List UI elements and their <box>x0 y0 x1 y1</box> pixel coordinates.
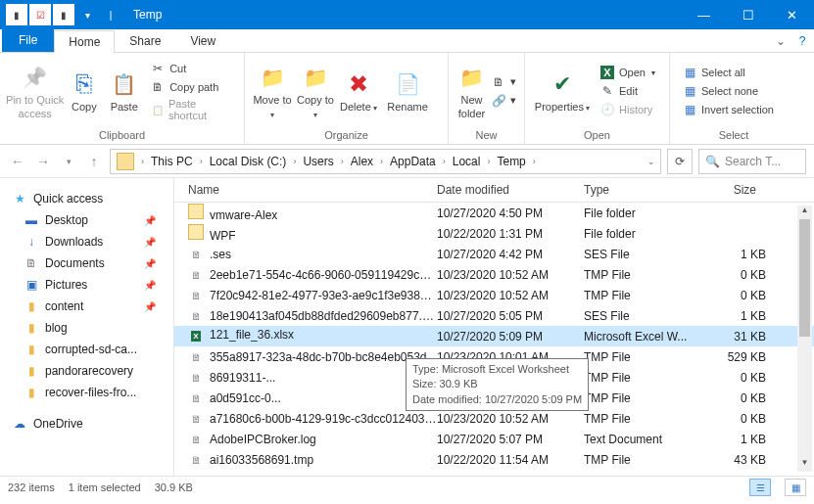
new-folder-button[interactable]: New folder <box>455 60 489 121</box>
sidebar-desktop[interactable]: Desktop📌 <box>0 209 173 231</box>
table-row[interactable]: ai16033568691.tmp10/22/2020 11:54 AMTMP … <box>174 449 814 470</box>
table-row[interactable]: WPF10/22/2020 1:31 PMFile folder <box>174 223 814 244</box>
edit-button[interactable]: Edit <box>599 83 655 99</box>
new-folder-icon <box>456 62 488 93</box>
table-row[interactable]: a0d591cc-0...10/23/2020 10:52 AMTMP File… <box>174 388 814 408</box>
paste-button[interactable]: Paste <box>104 67 144 115</box>
tab-home[interactable]: Home <box>54 30 115 53</box>
invert-selection-button[interactable]: Invert selection <box>682 102 774 117</box>
open-button[interactable]: Open▾ <box>599 65 655 80</box>
table-row[interactable]: AdobeIPCBroker.log10/27/2020 5:07 PMText… <box>174 429 814 449</box>
table-row[interactable]: a71680c6-b00b-4129-919c-c3dcc01240311...… <box>174 408 814 429</box>
select-all-button[interactable]: Select all <box>682 65 774 80</box>
table-row[interactable]: 86919311-...10/23/2020 10:01 AMTMP File0… <box>174 367 814 388</box>
tab-view[interactable]: View <box>175 29 230 52</box>
breadcrumb-seg[interactable]: Local <box>449 155 485 168</box>
sidebar-corrupted[interactable]: corrupted-sd-ca... <box>0 339 173 360</box>
sidebar-onedrive[interactable]: OneDrive <box>0 413 173 435</box>
properties-button[interactable]: Properties <box>531 67 594 115</box>
search-input[interactable]: 🔍Search T... <box>698 149 806 174</box>
help-icon[interactable]: ? <box>790 30 814 52</box>
file-icon <box>188 308 204 324</box>
recent-locations-button[interactable]: ▾ <box>59 152 78 171</box>
scrollbar[interactable]: ▲ ▼ <box>797 206 812 472</box>
refresh-button[interactable]: ⟳ <box>667 149 693 174</box>
sidebar-pictures[interactable]: Pictures📌 <box>0 274 173 296</box>
select-none-icon <box>682 83 697 99</box>
breadcrumb-seg[interactable]: Temp <box>493 155 529 168</box>
copy-to-button[interactable]: Copy to <box>294 60 337 121</box>
address-bar[interactable]: › This PC› Local Disk (C:)› Users› Alex›… <box>110 149 661 174</box>
sidebar-content[interactable]: content📌 <box>0 296 173 317</box>
table-row[interactable]: 2eeb1e71-554c-4c66-9060-059119429cbd...1… <box>174 264 814 285</box>
tab-file[interactable]: File <box>2 27 54 52</box>
breadcrumb-seg[interactable]: Alex <box>347 155 377 168</box>
window-title: Temp <box>133 8 682 22</box>
breadcrumb-seg[interactable]: Local Disk (C:) <box>206 155 291 168</box>
sidebar-pandora[interactable]: pandorarecovery <box>0 360 173 382</box>
scrollbar-thumb[interactable] <box>799 219 810 337</box>
file-list[interactable]: vmware-Alex10/27/2020 4:50 PMFile folder… <box>174 203 814 476</box>
move-to-button[interactable]: Move to <box>251 60 294 121</box>
address-dropdown-icon[interactable]: ⌄ <box>645 157 658 166</box>
select-none-button[interactable]: Select none <box>682 83 774 99</box>
cut-icon <box>150 61 166 76</box>
table-row[interactable]: 355a8917-323a-48dc-b70b-bc8e4eb053d...10… <box>174 346 814 367</box>
scroll-down-icon[interactable]: ▼ <box>797 458 812 472</box>
rename-icon <box>392 69 423 100</box>
group-new-label: New <box>449 129 524 144</box>
tab-share[interactable]: Share <box>115 29 175 52</box>
search-icon: 🔍 <box>705 155 720 168</box>
sidebar-quick-access[interactable]: Quick access <box>0 188 173 209</box>
copy-path-button[interactable]: Copy path <box>150 79 232 95</box>
ribbon-minimize-icon[interactable]: ⌄ <box>771 30 790 52</box>
breadcrumb-seg[interactable]: Users <box>299 155 337 168</box>
sidebar-recover[interactable]: recover-files-fro... <box>0 382 173 403</box>
file-icon <box>188 432 204 447</box>
paste-icon <box>109 69 140 100</box>
table-row[interactable]: 18e190413af045db88dfded29609eb877.db...1… <box>174 305 814 326</box>
sidebar-documents[interactable]: Documents📌 <box>0 252 173 274</box>
breadcrumb-seg[interactable]: AppData <box>386 155 440 168</box>
status-selected: 1 item selected <box>69 481 141 493</box>
sidebar-downloads[interactable]: Downloads📌 <box>0 231 173 252</box>
back-button[interactable]: ← <box>8 152 27 171</box>
easy-access-button[interactable]: 🔗▾ <box>491 93 516 109</box>
table-row[interactable]: vmware-Alex10/27/2020 4:50 PMFile folder <box>174 203 814 223</box>
new-item-button[interactable]: 🗎▾ <box>491 74 516 90</box>
pictures-icon <box>24 277 39 293</box>
table-row[interactable]: 121_file_36.xlsx10/27/2020 5:09 PMMicros… <box>174 326 814 346</box>
pin-icon: 📌 <box>144 237 156 248</box>
breadcrumb-seg[interactable]: This PC <box>147 155 197 168</box>
open-icon <box>599 65 615 80</box>
paste-shortcut-button[interactable]: Paste shortcut <box>150 98 232 121</box>
column-type[interactable]: Type <box>584 183 697 197</box>
cut-button[interactable]: Cut <box>150 61 232 76</box>
table-row[interactable]: .ses10/27/2020 4:42 PMSES File1 KB <box>174 244 814 264</box>
qat-properties-icon[interactable]: ☑ <box>29 4 51 25</box>
column-name[interactable]: Name <box>188 183 437 197</box>
column-date[interactable]: Date modified <box>437 183 584 197</box>
maximize-button[interactable]: ☐ <box>726 0 770 29</box>
qat-dropdown-icon[interactable]: ▾ <box>76 4 98 25</box>
qat-folder-icon[interactable]: ▮ <box>6 4 27 25</box>
copy-button[interactable]: Copy <box>64 67 104 115</box>
delete-button[interactable]: Delete <box>337 67 380 115</box>
pin-to-quick-access-button[interactable]: Pin to Quick access <box>6 60 64 121</box>
table-row[interactable]: 7f20c942-81e2-4977-93e3-ae9c1f3e9384.t..… <box>174 285 814 305</box>
view-icons-button[interactable]: ▦ <box>785 479 806 496</box>
rename-button[interactable]: Rename <box>380 67 435 115</box>
close-button[interactable]: ✕ <box>770 0 814 29</box>
forward-button[interactable]: → <box>33 152 53 171</box>
navigation-pane[interactable]: Quick access Desktop📌 Downloads📌 Documen… <box>0 178 174 476</box>
sidebar-blog[interactable]: blog <box>0 317 173 339</box>
minimize-button[interactable]: — <box>682 0 726 29</box>
scroll-up-icon[interactable]: ▲ <box>797 206 812 219</box>
group-open-label: Open <box>525 129 669 144</box>
qat-newfolder-icon[interactable]: ▮ <box>53 4 74 25</box>
column-size[interactable]: Size <box>697 183 766 197</box>
edit-icon <box>599 83 615 99</box>
history-button[interactable]: History <box>599 102 655 117</box>
up-button[interactable]: ↑ <box>84 152 104 171</box>
view-details-button[interactable]: ☰ <box>749 479 771 496</box>
